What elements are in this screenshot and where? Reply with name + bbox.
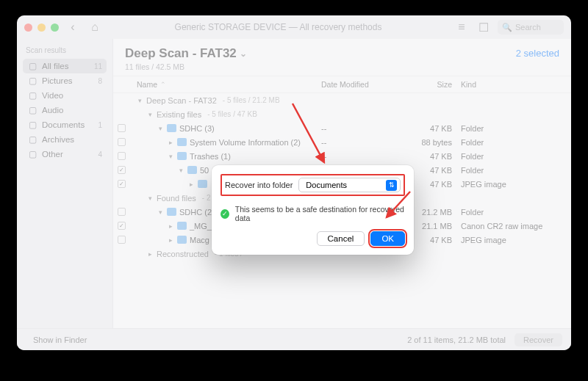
destination-picker[interactable]: Documents ⇅ xyxy=(298,178,401,192)
destination-value: Documents xyxy=(306,181,347,189)
checkmark-icon: ✓ xyxy=(220,209,229,219)
cancel-button[interactable]: Cancel xyxy=(317,231,365,246)
app-window: ‹ ⌂ Generic STORAGE DEVICE — All recover… xyxy=(17,15,571,350)
updown-icon: ⇅ xyxy=(386,180,397,191)
ok-button[interactable]: OK xyxy=(370,231,405,246)
safe-destination-text: This seems to be a safe destination for … xyxy=(235,205,405,222)
recover-dialog: Recover into folder Documents ⇅ ✓ This s… xyxy=(212,165,414,255)
safe-destination-row: ✓ This seems to be a safe destination fo… xyxy=(220,205,405,222)
destination-label: Recover into folder xyxy=(225,181,293,189)
destination-row: Recover into folder Documents ⇅ xyxy=(220,174,405,196)
